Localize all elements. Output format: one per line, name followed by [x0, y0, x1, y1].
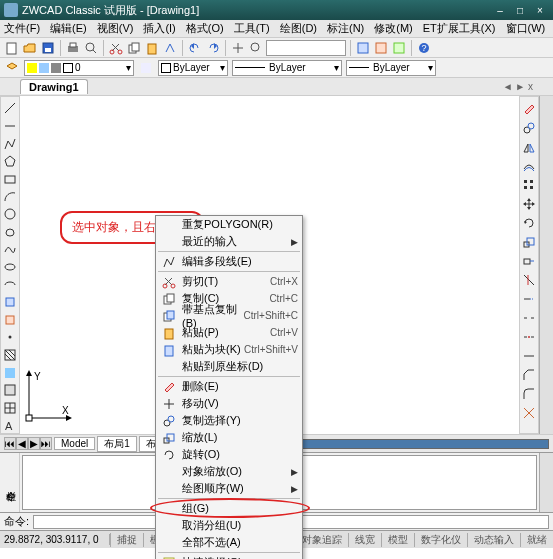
stretch-icon[interactable]: [521, 253, 537, 269]
break-icon[interactable]: [521, 329, 537, 345]
menu-edit[interactable]: 编辑(E): [50, 21, 87, 36]
region-icon[interactable]: [2, 383, 18, 398]
context-menu-item[interactable]: 对象缩放(O)▶: [156, 463, 302, 480]
menu-dim[interactable]: 标注(N): [327, 21, 364, 36]
join-icon[interactable]: [521, 348, 537, 364]
extend-icon[interactable]: [521, 291, 537, 307]
ellipse-arc-icon[interactable]: [2, 277, 18, 292]
maximize-button[interactable]: □: [511, 3, 529, 17]
scale-icon[interactable]: [521, 234, 537, 250]
context-menu-item[interactable]: 粘贴(P)Ctrl+V: [156, 324, 302, 341]
context-menu-item[interactable]: 粘贴到原坐标(D): [156, 358, 302, 375]
move-icon[interactable]: [521, 196, 537, 212]
menu-insert[interactable]: 插入(I): [143, 21, 175, 36]
menu-modify[interactable]: 修改(M): [374, 21, 413, 36]
menu-window[interactable]: 窗口(W): [506, 21, 546, 36]
context-menu-item[interactable]: 移动(V): [156, 395, 302, 412]
mode-model[interactable]: 模型: [381, 533, 414, 547]
tool-palette-icon[interactable]: [391, 40, 407, 56]
document-tab-nav[interactable]: ◄ ► x: [503, 81, 533, 92]
trim-icon[interactable]: [521, 272, 537, 288]
menu-format[interactable]: 格式(O): [186, 21, 224, 36]
hatch-icon[interactable]: [2, 348, 18, 363]
paste-icon[interactable]: [144, 40, 160, 56]
preview-icon[interactable]: [83, 40, 99, 56]
close-button[interactable]: ×: [531, 3, 549, 17]
help-icon[interactable]: ?: [416, 40, 432, 56]
context-menu-item[interactable]: 全部不选(A): [156, 534, 302, 551]
context-menu-item[interactable]: 最近的输入▶: [156, 233, 302, 250]
tab-layout1[interactable]: 布局1: [97, 436, 137, 452]
copy-icon[interactable]: [126, 40, 142, 56]
cmd-scrollbar[interactable]: [539, 453, 553, 512]
document-tab[interactable]: Drawing1: [20, 79, 88, 94]
context-menu-item[interactable]: 带基点复制(B)Ctrl+Shift+C: [156, 307, 302, 324]
cut-icon[interactable]: [108, 40, 124, 56]
tab-model[interactable]: Model: [54, 437, 95, 450]
line-icon[interactable]: [2, 101, 18, 116]
minimize-button[interactable]: –: [491, 3, 509, 17]
menu-draw[interactable]: 绘图(D): [280, 21, 317, 36]
pline-icon[interactable]: [2, 136, 18, 151]
array-icon[interactable]: [521, 177, 537, 193]
menu-ext[interactable]: ET扩展工具(X): [423, 21, 496, 36]
context-menu-item[interactable]: 粘贴为块(K)Ctrl+Shift+V: [156, 341, 302, 358]
undo-icon[interactable]: [187, 40, 203, 56]
table-icon[interactable]: [2, 401, 18, 416]
context-menu-item[interactable]: 快速选择(Q)...: [156, 554, 302, 559]
revcloud-icon[interactable]: [2, 224, 18, 239]
open-icon[interactable]: [22, 40, 38, 56]
spline-icon[interactable]: [2, 242, 18, 257]
ellipse-icon[interactable]: [2, 260, 18, 275]
zoom-icon[interactable]: [248, 40, 264, 56]
rectangle-icon[interactable]: [2, 172, 18, 187]
layer-prev-icon[interactable]: [138, 60, 154, 76]
vertical-scrollbar[interactable]: [539, 96, 553, 434]
tab-nav[interactable]: ⏮◀▶⏭: [4, 437, 52, 450]
menu-file[interactable]: 文件(F): [4, 21, 40, 36]
make-block-icon[interactable]: [2, 313, 18, 328]
polygon-icon[interactable]: [2, 154, 18, 169]
chamfer-icon[interactable]: [521, 367, 537, 383]
lineweight-selector[interactable]: ByLayer ▾: [346, 60, 436, 76]
print-icon[interactable]: [65, 40, 81, 56]
copy-obj-icon[interactable]: [521, 120, 537, 136]
explode-icon[interactable]: [521, 405, 537, 421]
context-menu-item[interactable]: 重复POLYGON(R): [156, 216, 302, 233]
mirror-icon[interactable]: [521, 139, 537, 155]
xline-icon[interactable]: [2, 119, 18, 134]
insert-block-icon[interactable]: [2, 295, 18, 310]
mode-lwt[interactable]: 线宽: [348, 533, 381, 547]
context-menu-item[interactable]: 删除(E): [156, 378, 302, 395]
mode-tablet[interactable]: 数字化仪: [414, 533, 467, 547]
erase-icon[interactable]: [521, 101, 537, 117]
new-icon[interactable]: [4, 40, 20, 56]
arc-icon[interactable]: [2, 189, 18, 204]
layer-manager-icon[interactable]: [4, 60, 20, 76]
context-menu-item[interactable]: 取消分组(U): [156, 517, 302, 534]
linetype-selector[interactable]: ByLayer ▾: [232, 60, 342, 76]
offset-icon[interactable]: [521, 158, 537, 174]
break-point-icon[interactable]: [521, 310, 537, 326]
redo-icon[interactable]: [205, 40, 221, 56]
circle-icon[interactable]: [2, 207, 18, 222]
context-menu-item[interactable]: 组(G): [156, 500, 302, 517]
context-menu-item[interactable]: 复制选择(Y): [156, 412, 302, 429]
design-center-icon[interactable]: [373, 40, 389, 56]
context-menu-item[interactable]: 剪切(T)Ctrl+X: [156, 273, 302, 290]
context-menu-item[interactable]: 编辑多段线(E): [156, 253, 302, 270]
rotate-icon[interactable]: [521, 215, 537, 231]
props-icon[interactable]: [355, 40, 371, 56]
match-icon[interactable]: [162, 40, 178, 56]
pan-icon[interactable]: [230, 40, 246, 56]
menu-tools[interactable]: 工具(T): [234, 21, 270, 36]
save-icon[interactable]: [40, 40, 56, 56]
context-menu-item[interactable]: 旋转(O): [156, 446, 302, 463]
context-menu-item[interactable]: 缩放(L): [156, 429, 302, 446]
mode-dyn[interactable]: 动态输入: [467, 533, 520, 547]
context-menu-item[interactable]: 绘图顺序(W)▶: [156, 480, 302, 497]
gradient-icon[interactable]: [2, 365, 18, 380]
menu-view[interactable]: 视图(V): [97, 21, 134, 36]
layer-selector[interactable]: 0 ▾: [24, 60, 134, 76]
fillet-icon[interactable]: [521, 386, 537, 402]
